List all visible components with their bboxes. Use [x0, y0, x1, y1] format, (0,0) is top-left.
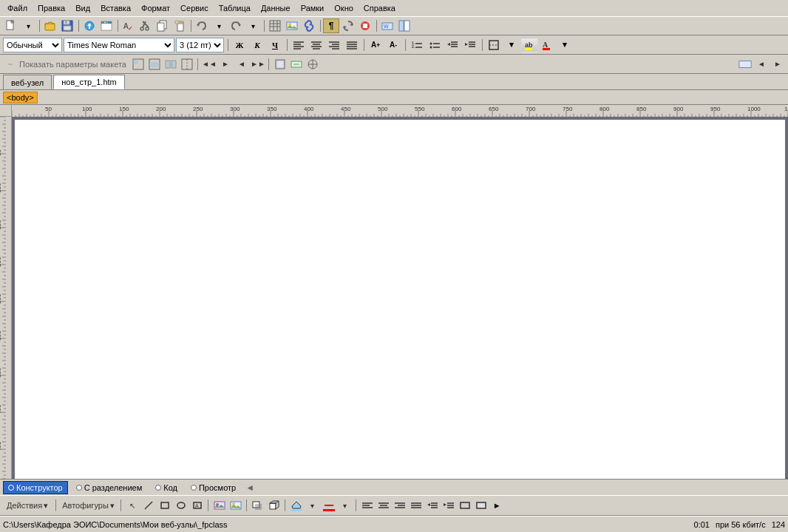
layout-extra-btn2[interactable]: [289, 57, 304, 72]
fill-color-btn[interactable]: [289, 498, 304, 513]
menu-help[interactable]: Справка: [359, 2, 400, 14]
menu-table[interactable]: Таблица: [214, 2, 255, 14]
menu-insert[interactable]: Вставка: [96, 2, 135, 14]
font-select[interactable]: Times New Roman: [64, 38, 174, 52]
menu-frames[interactable]: Рамки: [296, 2, 329, 14]
web-component-btn[interactable]: W: [379, 18, 395, 33]
menu-view[interactable]: Вид: [71, 2, 95, 14]
draw-align-justify[interactable]: [409, 498, 424, 513]
paste-button[interactable]: [171, 18, 188, 33]
new-button[interactable]: [3, 18, 19, 33]
fill-color-dropdown[interactable]: ▾: [305, 498, 320, 513]
layout-nav-btn2[interactable]: ►: [218, 57, 233, 72]
draw-extra-btn2[interactable]: [474, 498, 489, 513]
draw-increase-indent[interactable]: [441, 498, 456, 513]
cut-button[interactable]: [137, 18, 154, 33]
open-button[interactable]: [42, 18, 58, 33]
layout-end-btn2[interactable]: ◄: [754, 57, 769, 72]
stop-button[interactable]: [357, 18, 373, 33]
insert-table-button[interactable]: [267, 18, 283, 33]
insert-picture-btn[interactable]: [228, 498, 243, 513]
arrow-tool[interactable]: ↖: [125, 498, 140, 513]
page-content-wrapper[interactable]: [12, 117, 788, 479]
layout-extra-btn1[interactable]: [273, 57, 288, 72]
font-grow-button[interactable]: A+: [367, 38, 384, 52]
save-button[interactable]: [59, 18, 75, 33]
view-tab-constructor[interactable]: Конструктор: [3, 481, 68, 494]
line-tool[interactable]: [141, 498, 156, 513]
publish-button[interactable]: [81, 18, 98, 33]
show-all-button[interactable]: ¶: [323, 18, 339, 33]
layout-nav-btn3[interactable]: ◄: [234, 57, 249, 72]
menu-file[interactable]: Файл: [3, 2, 32, 14]
shadow-btn[interactable]: [251, 498, 265, 513]
ordered-list-button[interactable]: 1.2.: [409, 38, 425, 52]
layout-end-btn[interactable]: [738, 57, 753, 72]
menu-tools[interactable]: Сервис: [176, 2, 213, 14]
copy-button[interactable]: [154, 18, 171, 33]
menu-format[interactable]: Формат: [137, 2, 174, 14]
textbox-tool[interactable]: A: [190, 498, 205, 513]
actions-button[interactable]: Действия ▾: [3, 499, 52, 513]
font-color-dropdown[interactable]: ▾: [557, 38, 573, 52]
font-color-button[interactable]: A: [539, 38, 555, 52]
undo-dropdown[interactable]: ▾: [211, 18, 227, 33]
ellipse-tool[interactable]: [174, 498, 188, 513]
layout-nav-btn1[interactable]: ◄◄: [202, 57, 217, 72]
redo-button[interactable]: [228, 18, 244, 33]
align-justify-button[interactable]: [344, 38, 360, 52]
draw-extra-btn[interactable]: [458, 498, 472, 513]
view-tab-preview[interactable]: Просмотр: [186, 481, 241, 494]
table-layout-btn4[interactable]: [180, 57, 194, 72]
underline-button[interactable]: Ч: [267, 38, 283, 52]
align-center-button[interactable]: [308, 38, 325, 52]
increase-indent-button[interactable]: [462, 38, 478, 52]
draw-align-center[interactable]: [376, 498, 391, 513]
refresh-button[interactable]: [340, 18, 356, 33]
undo-button[interactable]: [194, 18, 210, 33]
unordered-list-button[interactable]: [427, 38, 443, 52]
task-pane-btn[interactable]: [396, 18, 412, 33]
line-color-dropdown[interactable]: ▾: [338, 498, 353, 513]
new-dropdown-button[interactable]: ▾: [20, 18, 36, 33]
table-layout-btn1[interactable]: [131, 57, 146, 72]
tab-page[interactable]: нов_стр_1.htm: [53, 75, 124, 89]
view-tab-code[interactable]: Код: [150, 481, 183, 494]
border-dropdown[interactable]: ▾: [503, 38, 520, 52]
line-color-btn[interactable]: [322, 498, 336, 513]
layout-end-btn3[interactable]: ►: [770, 57, 785, 72]
rect-tool[interactable]: [157, 498, 172, 513]
view-tab-split[interactable]: С разделением: [71, 481, 148, 494]
font-size-select[interactable]: 3 (12 пт): [176, 38, 224, 52]
insert-link-button[interactable]: [301, 18, 317, 33]
preview-button[interactable]: [98, 18, 115, 33]
editor-page[interactable]: [15, 120, 785, 479]
redo-dropdown[interactable]: ▾: [245, 18, 261, 33]
menu-data[interactable]: Данные: [257, 2, 295, 14]
draw-decrease-indent[interactable]: [425, 498, 440, 513]
paragraph-style-select[interactable]: Обычный: [3, 38, 62, 52]
insert-clip-art-btn[interactable]: [212, 498, 227, 513]
highlight-button[interactable]: ab: [521, 38, 537, 52]
align-right-button[interactable]: [326, 38, 342, 52]
autoshapes-button[interactable]: Автофигуры ▾: [59, 499, 118, 512]
table-layout-btn2[interactable]: [147, 57, 162, 72]
insert-image-button[interactable]: [284, 18, 300, 33]
border-button[interactable]: [486, 38, 502, 52]
menu-window[interactable]: Окно: [330, 2, 358, 14]
3d-btn[interactable]: [267, 498, 282, 513]
font-shrink-button[interactable]: A-: [385, 38, 401, 52]
decrease-indent-button[interactable]: [444, 38, 461, 52]
breadcrumb-body-tag[interactable]: <body>: [3, 92, 38, 103]
bold-button[interactable]: Ж: [231, 38, 248, 52]
draw-align-left[interactable]: [360, 498, 375, 513]
italic-button[interactable]: К: [249, 38, 265, 52]
draw-align-right[interactable]: [393, 498, 407, 513]
align-left-button[interactable]: [291, 38, 307, 52]
spellcheck-button[interactable]: A✓: [120, 18, 137, 33]
table-layout-btn3[interactable]: [163, 57, 178, 72]
layout-extra-btn3[interactable]: [305, 57, 320, 72]
layout-nav-btn4[interactable]: ►►: [251, 57, 265, 72]
menu-edit[interactable]: Правка: [33, 2, 69, 14]
tab-webnode[interactable]: веб-узел: [3, 75, 52, 89]
